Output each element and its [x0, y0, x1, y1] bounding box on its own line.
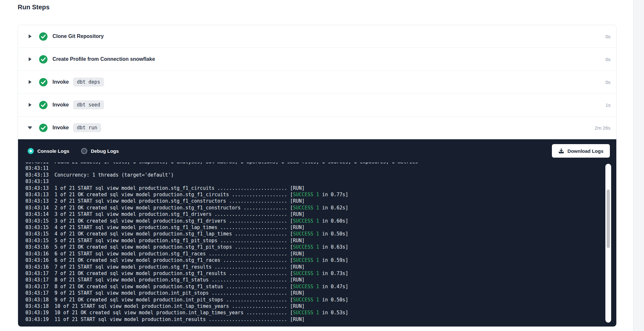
success-check-icon	[39, 32, 48, 41]
log-line: 03:43:15 5 of 21 START sql view model pr…	[25, 237, 602, 244]
log-line: 03:43:13	[25, 178, 602, 185]
chevron-right-icon[interactable]	[28, 80, 32, 84]
log-line: 03:43:13 2 of 21 START sql view model pr…	[25, 198, 602, 204]
step-label: Invoke	[52, 125, 69, 131]
chevron-right-icon[interactable]	[28, 103, 32, 107]
success-check-icon	[39, 101, 48, 109]
step-command-badge: dbt deps	[73, 78, 104, 87]
page-title: Run Steps	[18, 4, 50, 11]
download-icon	[558, 148, 564, 154]
run-step-row[interactable]: Invoke dbt run 2m 26s	[18, 116, 616, 139]
run-step-row[interactable]: Create Profile from Connection snowflake…	[18, 48, 616, 71]
log-line: 03:43:18 10 of 21 START sql view model p…	[25, 303, 602, 309]
run-steps-list: Clone Git Repository 0s Create Profile f…	[18, 25, 616, 139]
log-line: 03:43:17 9 of 21 START sql view model pr…	[25, 290, 602, 296]
console-scrollbar-track[interactable]	[605, 164, 611, 323]
run-step-row[interactable]: Invoke dbt deps 0s	[18, 71, 616, 94]
run-steps-card: Clone Git Repository 0s Create Profile f…	[18, 25, 617, 327]
log-line: 03:43:13 1 of 21 START sql view model pr…	[25, 185, 602, 191]
log-line: 03:43:17 7 of 21 OK created sql view mod…	[25, 270, 602, 277]
log-line: 03:43:16 7 of 21 START sql view model pr…	[25, 264, 602, 270]
log-line: 03:43:16 5 of 21 OK created sql view mod…	[25, 244, 602, 250]
run-step-row[interactable]: Invoke dbt seed 1s	[18, 94, 616, 116]
step-label: Create Profile from Connection snowflake	[52, 56, 155, 62]
chevron-right-icon[interactable]	[28, 34, 32, 38]
step-command-badge: dbt run	[73, 123, 101, 132]
log-line: 03:43:11 Found 21 models, 17 tests, 0 sn…	[25, 162, 602, 165]
step-duration: 0s	[605, 79, 611, 85]
log-line: 03:43:13 Concurrency: 1 threads (target=…	[25, 172, 602, 178]
step-command-badge: dbt seed	[73, 100, 104, 109]
chevron-right-icon[interactable]	[28, 57, 32, 61]
success-check-icon	[39, 55, 48, 64]
step-duration: 2m 26s	[595, 125, 611, 131]
run-step-row[interactable]: Clone Git Repository 0s	[18, 25, 616, 48]
console-panel: Console Logs Debug Logs Download Logs 03…	[18, 139, 616, 326]
console-header: Console Logs Debug Logs Download Logs	[18, 139, 616, 162]
log-line: 03:43:15 4 of 21 OK created sql view mod…	[25, 231, 602, 237]
log-line: 03:43:16 6 of 21 OK created sql view mod…	[25, 257, 602, 263]
log-line: 03:43:14 2 of 21 OK created sql view mod…	[25, 205, 602, 211]
log-line: 03:43:19 11 of 21 START sql view model p…	[25, 316, 602, 323]
log-line: 03:43:17 8 of 21 START sql view model pr…	[25, 277, 602, 283]
success-check-icon	[39, 78, 48, 87]
step-label: Invoke	[52, 102, 69, 108]
step-label: Clone Git Repository	[52, 33, 104, 39]
success-check-icon	[39, 124, 48, 132]
log-line: 03:43:19 10 of 21 OK created sql view mo…	[25, 309, 602, 316]
step-duration: 0s	[605, 34, 611, 39]
chevron-down-icon[interactable]	[28, 126, 32, 129]
log-line: 03:43:18 9 of 21 OK created sql view mod…	[25, 297, 602, 303]
console-logs-label: Console Logs	[37, 148, 69, 154]
log-line: 03:43:16 6 of 21 START sql view model pr…	[25, 251, 602, 257]
console-log-output[interactable]: 03:43:11 Found 21 models, 17 tests, 0 sn…	[25, 162, 602, 323]
log-line: 03:43:13 1 of 21 OK created sql view mod…	[25, 191, 602, 198]
download-logs-label: Download Logs	[567, 148, 603, 154]
debug-logs-tab[interactable]: Debug Logs	[81, 148, 119, 154]
step-duration: 1s	[605, 102, 611, 108]
download-logs-button[interactable]: Download Logs	[552, 144, 610, 158]
log-line: 03:43:11	[25, 165, 602, 171]
log-line: 03:43:14 3 of 21 START sql view model pr…	[25, 211, 602, 217]
radio-selected-icon[interactable]	[28, 148, 34, 154]
step-duration: 0s	[605, 57, 611, 62]
page-right-gutter	[633, 0, 644, 331]
log-line: 03:43:15 3 of 21 OK created sql view mod…	[25, 218, 602, 224]
console-scrollbar-thumb[interactable]	[607, 189, 610, 248]
log-line: 03:43:15 4 of 21 START sql view model pr…	[25, 224, 602, 231]
step-label: Invoke	[52, 79, 69, 85]
debug-logs-label: Debug Logs	[91, 148, 119, 154]
log-line: 03:43:17 8 of 21 OK created sql view mod…	[25, 283, 602, 290]
radio-unselected-icon[interactable]	[81, 148, 87, 154]
console-logs-tab[interactable]: Console Logs	[28, 148, 69, 154]
